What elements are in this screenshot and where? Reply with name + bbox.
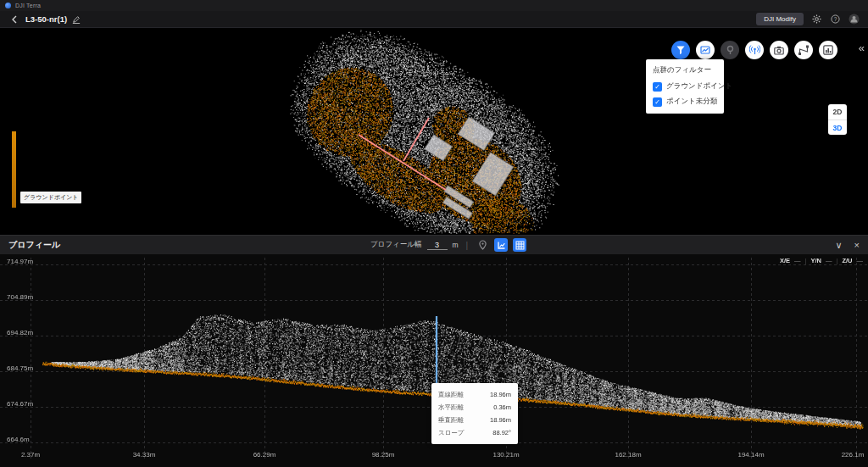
tooltip-value: 18.96m	[490, 391, 511, 398]
view-3d-button[interactable]: 3D	[828, 120, 847, 135]
profile-header: プロフィール プロフィール幅 m | ∨ ×	[0, 236, 868, 254]
view-dimension-switch: 2D 3D	[828, 104, 847, 135]
app-header: L3-50-nr(1) DJI Modify ?	[0, 11, 868, 28]
profile-axis-icon	[497, 241, 506, 250]
x-axis-tick: 66.29m	[253, 451, 276, 459]
pin-marker-button[interactable]	[476, 238, 489, 252]
y-axis-tick: 714.97m	[7, 258, 33, 265]
profile-title: プロフィール	[8, 239, 60, 251]
checkbox-checked-icon[interactable]: ✓	[653, 97, 662, 107]
profile-width-unit: m	[453, 241, 459, 249]
profile-panel: プロフィール プロフィール幅 m | ∨ ×	[0, 235, 868, 467]
legend-label: グラウンドポイント	[20, 192, 81, 203]
back-button[interactable]	[7, 12, 22, 27]
app-title: DJI Terra	[15, 3, 41, 8]
filter-option-label: グラウンドポイント	[666, 81, 732, 92]
y-axis-tick: 694.82m	[7, 329, 33, 336]
point-cloud-viewport: « 点群のフィルター ✓ グラウンドポイント ✓ ポイント未分類 2D 3D グ…	[0, 28, 868, 235]
app-logo-icon	[5, 3, 11, 8]
tooltip-value: 0.36m	[493, 403, 511, 411]
antenna-signal-icon	[749, 45, 760, 55]
help-icon[interactable]: ?	[830, 14, 841, 25]
flight-route-icon	[798, 45, 809, 55]
collapse-sidebar-button[interactable]: «	[859, 42, 865, 54]
axis-toggle-xe[interactable]: X/E	[780, 257, 790, 264]
profile-view-button[interactable]	[494, 238, 508, 252]
tooltip-label: スロープ	[438, 429, 465, 437]
legend-color-bar	[12, 131, 16, 208]
user-account-icon[interactable]	[849, 14, 860, 25]
profile-collapse-button[interactable]: ∨	[836, 241, 843, 250]
poi-marker-button[interactable]	[721, 41, 739, 59]
tooltip-label: 垂直距離	[438, 416, 464, 425]
project-name: L3-50-nr(1)	[25, 14, 67, 24]
dji-modify-button[interactable]: DJI Modify	[756, 13, 804, 25]
settings-gear-icon[interactable]	[811, 14, 822, 25]
x-axis-tick: 34.33m	[133, 451, 156, 459]
filter-panel-title: 点群のフィルター	[653, 65, 717, 75]
camera-button[interactable]	[770, 41, 788, 59]
dji-terra-window: DJI Terra L3-50-nr(1) DJI Modify ?	[0, 0, 868, 467]
window-titlebar: DJI Terra	[0, 0, 868, 11]
display-mode-button[interactable]	[696, 41, 715, 59]
point-filter-panel: 点群のフィルター ✓ グラウンドポイント ✓ ポイント未分類	[646, 59, 724, 114]
x-axis-tick: 130.21m	[492, 451, 519, 459]
x-axis-tick: 2.37m	[21, 451, 40, 459]
view-2d-button[interactable]: 2D	[828, 104, 847, 120]
filter-option-ground-points[interactable]: ✓ グラウンドポイント	[653, 81, 717, 92]
profile-width-controls: プロフィール幅 m |	[370, 236, 526, 254]
route-button[interactable]	[794, 41, 813, 59]
display-mode-icon	[700, 45, 710, 55]
grid-toggle-button[interactable]	[513, 238, 526, 252]
viewport-toolbar	[671, 41, 868, 59]
x-axis-tick: 226.1m	[842, 451, 865, 459]
tooltip-label: 直線距離	[438, 391, 464, 399]
profile-close-button[interactable]: ×	[854, 241, 860, 250]
axis-value: —	[826, 257, 832, 264]
axis-toggle-bar: X/E — | Y/N — | Z/U —	[780, 257, 863, 264]
filter-funnel-icon	[676, 45, 686, 55]
tooltip-value: 88.92°	[492, 429, 511, 436]
axis-value: —	[794, 257, 801, 264]
divider: |	[466, 241, 469, 250]
axis-toggle-yn[interactable]: Y/N	[810, 257, 821, 264]
y-axis-tick: 704.89m	[7, 293, 33, 301]
x-axis-tick: 98.25m	[372, 451, 395, 459]
pin-icon	[478, 240, 487, 250]
grid-icon	[515, 241, 525, 250]
filter-option-label: ポイント未分類	[666, 97, 717, 107]
poi-marker-icon	[726, 45, 735, 55]
axis-value: —	[857, 257, 864, 264]
filter-option-unclassified-points[interactable]: ✓ ポイント未分類	[653, 97, 717, 107]
y-axis-tick: 674.67m	[7, 400, 33, 408]
divider: |	[836, 257, 837, 264]
tooltip-value: 18.96m	[490, 416, 511, 424]
svg-text:?: ?	[834, 16, 837, 22]
histogram-icon	[823, 45, 833, 55]
x-axis-tick: 194.14m	[737, 451, 764, 459]
y-axis-tick: 664.6m	[7, 436, 30, 443]
tooltip-label: 水平距離	[438, 403, 464, 412]
profile-width-input[interactable]	[427, 241, 448, 250]
x-axis-tick: 162.18m	[615, 451, 641, 459]
axis-toggle-zu[interactable]: Z/U	[842, 257, 852, 264]
edit-name-button[interactable]	[72, 15, 81, 24]
camera-icon	[774, 46, 784, 55]
y-axis-tick: 684.75m	[7, 364, 33, 372]
filter-button[interactable]	[671, 41, 690, 59]
checkbox-checked-icon[interactable]: ✓	[653, 82, 662, 92]
measurement-tooltip: 直線距離18.96m 水平距離0.36m 垂直距離18.96m スロープ88.9…	[431, 383, 518, 444]
profile-width-label: プロフィール幅	[370, 240, 422, 250]
divider: |	[804, 257, 806, 264]
antenna-button[interactable]	[745, 41, 764, 59]
profile-chart-button[interactable]	[819, 41, 837, 59]
